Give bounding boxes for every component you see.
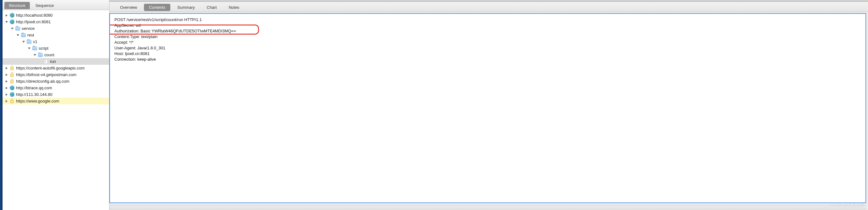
tab-notes[interactable]: Notes	[224, 4, 245, 11]
contents-panel[interactable]: POST /service/rest/v1/script/count/run H…	[110, 13, 866, 203]
tree-node-label: rest	[27, 33, 34, 37]
folder-icon	[15, 26, 20, 31]
tree-node[interactable]: rest	[2, 32, 109, 38]
disclosure-triangle[interactable]	[21, 40, 26, 44]
globe-icon	[9, 86, 14, 91]
tree-node[interactable]: count	[2, 52, 109, 58]
svg-marker-8	[6, 73, 7, 76]
svg-marker-12	[6, 100, 7, 102]
main-tabs: OverviewContentsSummaryChartNotes	[110, 2, 868, 12]
request-header-line: Content-Type: text/plain	[114, 34, 157, 39]
tree-node-label: v1	[33, 39, 37, 44]
tree-node[interactable]: v1	[2, 38, 109, 45]
tree-node-label: https://www.google.com	[16, 99, 59, 103]
folder-icon	[26, 39, 31, 44]
lock-icon	[9, 79, 14, 84]
disclosure-triangle[interactable]	[10, 26, 14, 31]
tree-node[interactable]: script	[2, 45, 109, 52]
tree-node[interactable]: service	[2, 25, 109, 32]
disclosure-triangle[interactable]	[4, 92, 9, 97]
request-line: POST /service/rest/v1/script/count/run H…	[114, 17, 202, 22]
disclosure-triangle[interactable]	[16, 33, 20, 37]
sidebar-tab-structure[interactable]: Structure	[4, 2, 30, 9]
disclosure-triangle[interactable]	[4, 79, 9, 84]
svg-marker-10	[6, 87, 7, 89]
left-edge-stripe	[0, 0, 2, 210]
request-header-line: Host: ljxwtl.cn:8081	[114, 51, 150, 56]
request-header-line: Connection: keep-alive	[114, 57, 156, 62]
svg-marker-5	[28, 48, 30, 49]
tree-node-label: service	[22, 26, 35, 31]
tree-node[interactable]: run	[2, 58, 109, 65]
file-icon	[43, 59, 49, 64]
tree-node-label: https://directconfig.ab.qq.com	[16, 79, 69, 84]
request-header-line: User-Agent: Java/1.8.0_301	[114, 46, 165, 50]
globe-icon	[9, 92, 14, 97]
tree-node-label: run	[50, 59, 56, 64]
tree-node-label: count	[44, 53, 54, 57]
disclosure-triangle[interactable]	[4, 66, 9, 70]
tree-node-label: http://111.30.144.80	[16, 92, 53, 97]
tree-node-label: http://ljxwtl.cn:8081	[16, 20, 51, 24]
sidebar-tabs: StructureSequence	[2, 0, 109, 10]
svg-marker-1	[5, 21, 8, 23]
tree-node[interactable]: http://btrace.qq.com	[2, 85, 109, 91]
svg-marker-2	[11, 28, 13, 30]
tab-overview[interactable]: Overview	[115, 4, 142, 11]
bottom-sub-tabs	[110, 205, 866, 210]
disclosure-triangle[interactable]	[33, 53, 37, 57]
tree-node-label: https://bifrost-v4.getpostman.com	[16, 72, 76, 77]
lock-icon	[9, 66, 14, 71]
svg-marker-6	[34, 54, 36, 56]
tree-node[interactable]: https://content-autofill.googleapis.com	[2, 65, 109, 71]
folder-icon	[21, 33, 26, 38]
tree-node-label: http://btrace.qq.com	[16, 86, 52, 90]
tree-node[interactable]: https://www.google.com	[2, 98, 109, 104]
request-header-line: Accept: */*	[114, 40, 133, 44]
request-tree[interactable]: http://localhost:8080http://ljxwtl.cn:80…	[2, 10, 109, 210]
svg-marker-0	[6, 14, 7, 17]
globe-icon	[9, 20, 14, 25]
tree-node[interactable]: https://directconfig.ab.qq.com	[2, 78, 109, 85]
tree-node[interactable]: http://111.30.144.80	[2, 91, 109, 98]
tree-node[interactable]: http://ljxwtl.cn:8081	[2, 19, 109, 25]
svg-marker-3	[17, 34, 19, 36]
tree-node[interactable]: http://localhost:8080	[2, 12, 109, 19]
disclosure-triangle[interactable]	[4, 20, 9, 24]
disclosure-triangle[interactable]	[4, 86, 9, 90]
lock-icon	[9, 72, 14, 77]
disclosure-triangle[interactable]	[38, 59, 43, 64]
lock-icon	[9, 99, 14, 104]
tree-node-label: script	[39, 46, 49, 51]
disclosure-triangle[interactable]	[4, 99, 9, 103]
folder-icon	[32, 46, 37, 51]
folder-icon	[38, 53, 43, 58]
tree-node[interactable]: https://bifrost-v4.getpostman.com	[2, 71, 109, 78]
disclosure-triangle[interactable]	[27, 46, 31, 51]
tab-summary[interactable]: Summary	[172, 4, 200, 11]
disclosure-triangle[interactable]	[4, 72, 9, 77]
svg-marker-11	[6, 93, 7, 96]
svg-marker-4	[22, 41, 25, 43]
sidebar-tab-sequence[interactable]: Sequence	[31, 2, 58, 9]
svg-marker-7	[6, 67, 7, 69]
svg-marker-9	[6, 80, 7, 83]
sidebar: StructureSequence http://localhost:8080h…	[2, 0, 110, 210]
tree-node-label: https://content-autofill.googleapis.com	[16, 66, 85, 70]
disclosure-triangle[interactable]	[4, 13, 9, 18]
tab-contents[interactable]: Contents	[144, 4, 170, 11]
globe-icon	[9, 13, 14, 18]
request-header-line: AppSecret: wtl	[114, 23, 141, 28]
main-panel: OverviewContentsSummaryChartNotes POST /…	[110, 0, 868, 210]
request-header-line: Authorization: Basic YWRtaW46QFdUTDE5OTI…	[114, 29, 236, 33]
tree-node-label: http://localhost:8080	[16, 13, 53, 18]
tab-chart[interactable]: Chart	[202, 4, 222, 11]
